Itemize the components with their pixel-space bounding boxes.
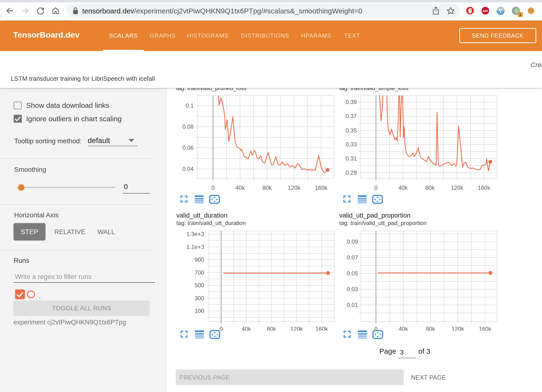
svg-text:40k: 40k <box>398 184 408 191</box>
svg-text:0.39: 0.39 <box>346 99 357 105</box>
svg-text:160k: 160k <box>479 326 491 331</box>
svg-text:0.29: 0.29 <box>346 169 357 176</box>
svg-text:0.33: 0.33 <box>346 141 357 148</box>
svg-text:1.1e+3: 1.1e+3 <box>186 244 204 250</box>
svg-text:160k: 160k <box>315 184 328 191</box>
svg-text:0.01: 0.01 <box>347 302 358 308</box>
svg-text:80k: 80k <box>425 184 435 191</box>
svg-text:0: 0 <box>211 184 214 191</box>
svg-text:0.08: 0.08 <box>182 123 194 130</box>
svg-text:0.03: 0.03 <box>347 286 358 292</box>
svg-text:80k: 80k <box>267 326 276 331</box>
svg-text:0.06: 0.06 <box>182 144 194 151</box>
svg-text:0.31: 0.31 <box>346 155 357 162</box>
svg-text:300: 300 <box>195 295 204 301</box>
svg-text:120k: 120k <box>451 326 464 331</box>
svg-text:120k: 120k <box>288 184 300 191</box>
svg-text:700: 700 <box>195 269 204 276</box>
svg-text:40k: 40k <box>235 184 245 191</box>
svg-text:120k: 120k <box>451 184 463 191</box>
svg-text:0.05: 0.05 <box>347 270 358 277</box>
svg-text:0.07: 0.07 <box>347 254 358 261</box>
svg-text:1: 1 <box>519 13 521 17</box>
svg-text:120k: 120k <box>290 326 303 331</box>
svg-text:80k: 80k <box>426 326 435 331</box>
svg-text:0.37: 0.37 <box>346 113 357 119</box>
svg-text:80k: 80k <box>262 184 272 191</box>
svg-text:ABP: ABP <box>483 10 488 12</box>
svg-text:40k: 40k <box>398 326 408 331</box>
svg-text:160k: 160k <box>478 184 490 191</box>
svg-text:500: 500 <box>195 282 204 288</box>
svg-text:40k: 40k <box>242 326 251 331</box>
svg-text:0.1: 0.1 <box>186 102 194 109</box>
svg-text:0.04: 0.04 <box>182 166 194 172</box>
svg-text:900: 900 <box>195 256 204 263</box>
svg-text:160k: 160k <box>316 326 328 331</box>
svg-text:1.3e+3: 1.3e+3 <box>186 231 204 237</box>
svg-text:0: 0 <box>374 184 377 191</box>
svg-text:0.09: 0.09 <box>347 238 358 245</box>
svg-text:0.35: 0.35 <box>346 127 357 134</box>
svg-text:100: 100 <box>195 308 204 314</box>
